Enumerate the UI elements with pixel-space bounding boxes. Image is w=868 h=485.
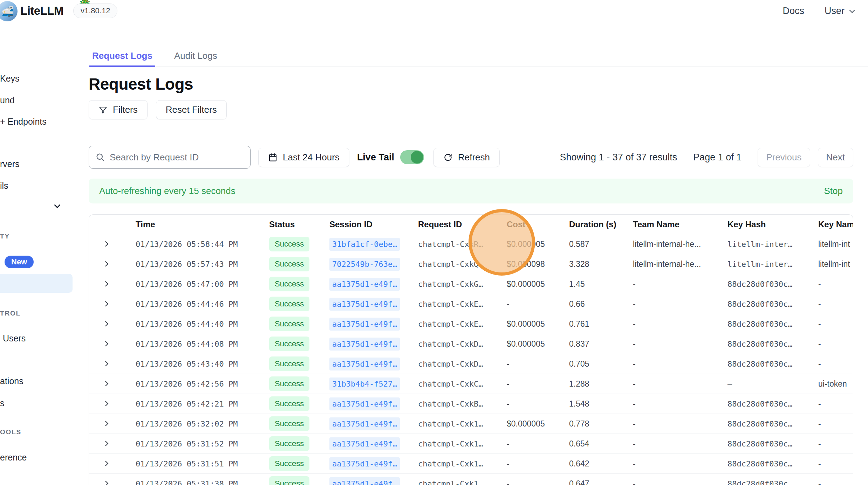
auto-refresh-message: Auto-refreshing every 15 seconds	[99, 186, 235, 196]
status-cell: Success	[256, 337, 328, 351]
session-id-cell: aa1375d1-e49f…	[328, 417, 416, 430]
expand-cell	[89, 460, 119, 467]
key-name-cell: -	[817, 299, 853, 309]
chevron-down-icon	[54, 202, 60, 208]
table-row: 01/13/2026 05:43:40 PMSuccessaa1375d1-e4…	[89, 354, 853, 374]
cost-cell: -	[505, 359, 566, 369]
key-name-cell: litellm-int	[817, 240, 853, 249]
sidebar-item-teams[interactable]: s	[0, 398, 5, 408]
status-cell: Success	[256, 317, 328, 331]
cost-cell: $0.000005	[505, 319, 566, 329]
session-id-link[interactable]: aa1375d1-e49f…	[329, 298, 400, 311]
session-id-link[interactable]: aa1375d1-e49f…	[329, 397, 400, 410]
sidebar-item-inference[interactable]: erence	[0, 452, 27, 463]
expand-cell	[89, 480, 119, 485]
team-name-cell: -	[631, 379, 726, 389]
key-hash-cell: 88dc28d0f030c…	[726, 479, 817, 485]
key-hash-cell: 88dc28d0f030c…	[726, 439, 817, 448]
cost-cell: $0.000005	[505, 240, 566, 249]
status-cell: Success	[256, 356, 328, 371]
status-badge: Success	[269, 317, 309, 331]
session-id-link[interactable]: aa1375d1-e49f…	[329, 318, 400, 331]
time-cell: 01/13/2026 05:58:44 PM	[119, 240, 256, 249]
team-name-cell: -	[631, 439, 726, 449]
session-id-link[interactable]: aa1375d1-e49f…	[329, 437, 400, 450]
status-badge: Success	[269, 476, 309, 485]
time-cell: 01/13/2026 05:44:46 PM	[119, 300, 256, 309]
reset-filters-button[interactable]: Reset Filters	[156, 100, 227, 119]
nav-docs-link[interactable]: Docs	[782, 6, 804, 16]
request-id-cell: chatcmpl-CxkC…	[416, 380, 505, 388]
key-hash-cell: 88dc28d0f030c…	[726, 300, 817, 309]
sidebar-item-keys[interactable]: Keys	[0, 74, 20, 84]
time-cell: 01/13/2026 05:44:40 PM	[119, 320, 256, 328]
search-input[interactable]	[110, 152, 244, 163]
session-id-cell: aa1375d1-e49f…	[328, 278, 416, 291]
nav-user-menu[interactable]: User	[825, 6, 853, 16]
session-id-link[interactable]: aa1375d1-e49f…	[329, 278, 400, 291]
refresh-button[interactable]: Refresh	[433, 148, 500, 167]
expand-row-icon[interactable]	[103, 441, 109, 446]
litellm-logo-icon[interactable]: 🚅	[0, 1, 18, 21]
filters-button[interactable]: Filters	[89, 100, 148, 119]
expand-row-icon[interactable]	[103, 381, 109, 387]
next-page-button[interactable]: Next	[818, 148, 853, 167]
filters-button-label: Filters	[113, 104, 138, 115]
time-range-button[interactable]: Last 24 Hours	[258, 148, 349, 167]
session-id-link[interactable]: 31b3b4b4-f527…	[329, 377, 400, 390]
cost-cell: -	[505, 479, 566, 485]
session-id-link[interactable]: aa1375d1-e49f…	[329, 338, 400, 351]
logs-table: Time Status Session ID Request ID Cost D…	[89, 214, 853, 485]
expand-row-icon[interactable]	[103, 321, 109, 327]
expand-row-icon[interactable]	[103, 481, 109, 485]
tab-audit-logs[interactable]: Audit Logs	[171, 51, 220, 67]
session-id-link[interactable]: aa1375d1-e49f…	[329, 457, 400, 470]
sidebar-collapse-control[interactable]	[54, 203, 59, 209]
key-hash-cell: 88dc28d0f030c…	[726, 280, 817, 289]
key-name-cell: -	[817, 399, 853, 409]
sidebar-item-servers[interactable]: rvers	[0, 159, 20, 169]
expand-row-icon[interactable]	[103, 261, 109, 267]
session-id-link[interactable]: aa1375d1-e49f…	[329, 417, 400, 430]
live-tail-toggle[interactable]	[400, 150, 424, 164]
key-hash-cell: 88dc28d0f030c…	[726, 320, 817, 328]
expand-row-icon[interactable]	[103, 461, 109, 466]
sidebar-item-playground[interactable]: und	[0, 95, 15, 105]
toggle-knob	[411, 151, 423, 164]
sidebar-item-users[interactable]: Users	[3, 333, 26, 344]
expand-row-icon[interactable]	[103, 341, 109, 347]
status-badge: Success	[269, 356, 309, 371]
session-id-cell: aa1375d1-e49f…	[328, 457, 416, 470]
request-id-cell: chatcmpl-Cxk1…	[416, 459, 505, 468]
session-id-link[interactable]: aa1375d1-e49f…	[329, 477, 400, 485]
status-cell: Success	[256, 416, 328, 431]
duration-cell: 0.587	[566, 240, 631, 249]
key-name-cell: -	[817, 419, 853, 429]
team-name-cell: -	[631, 359, 726, 369]
expand-row-icon[interactable]	[103, 281, 109, 287]
sidebar-item-logs-selected[interactable]	[0, 274, 73, 293]
key-name-cell: ui-token	[817, 379, 853, 389]
expand-row-icon[interactable]	[103, 301, 109, 307]
session-id-link[interactable]: 7022549b-763e…	[329, 258, 400, 271]
sidebar-item-models-endpoints[interactable]: + Endpoints	[0, 117, 47, 127]
expand-row-icon[interactable]	[103, 361, 109, 367]
session-id-link[interactable]: aa1375d1-e49f…	[329, 358, 400, 370]
duration-cell: 1.45	[566, 279, 631, 289]
nav-user-label: User	[825, 6, 845, 16]
session-id-cell: 31bfa1cf-0ebe…	[328, 238, 416, 251]
stop-auto-refresh-link[interactable]: Stop	[824, 186, 843, 196]
previous-page-button[interactable]: Previous	[758, 148, 810, 167]
session-id-cell: 7022549b-763e…	[328, 258, 416, 271]
tab-request-logs[interactable]: Request Logs	[89, 51, 155, 67]
sidebar-item-guardrails[interactable]: ils	[0, 181, 8, 191]
session-id-link[interactable]: 31bfa1cf-0ebe…	[329, 238, 400, 251]
expand-row-icon[interactable]	[103, 421, 109, 427]
time-cell: 01/13/2026 05:42:21 PM	[119, 400, 256, 408]
refresh-icon	[443, 153, 453, 162]
status-badge: Success	[269, 416, 309, 431]
expand-row-icon[interactable]	[103, 241, 109, 247]
status-cell: Success	[256, 376, 328, 391]
sidebar-item-organizations[interactable]: ations	[0, 376, 23, 386]
expand-row-icon[interactable]	[103, 401, 109, 407]
